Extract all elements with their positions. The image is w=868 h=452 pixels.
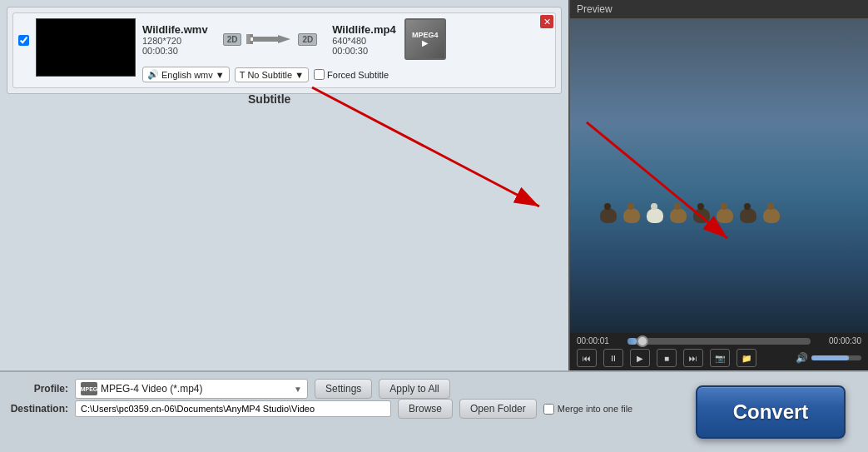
bottom-left: Profile: MPEG MPEG-4 Video (*.mp4) ▼ Set… <box>10 379 683 445</box>
video-content <box>570 19 868 333</box>
merge-text: Merge into one file <box>558 404 633 414</box>
subtitle-icon: T <box>240 70 246 80</box>
file-controls: 🔊 English wmv ▼ T No Subtitle ▼ <box>142 67 550 82</box>
output-icon-play: ▶ <box>422 39 428 47</box>
bottom-right: Convert <box>683 379 858 445</box>
svg-marker-6 <box>278 35 290 43</box>
preview-title: Preview <box>570 0 868 19</box>
file-top-row: Wildlife.wmv 1280*720 00:00:30 2D <box>142 18 550 60</box>
folder-button[interactable]: 📁 <box>737 349 756 367</box>
bottom-with-convert: Profile: MPEG MPEG-4 Video (*.mp4) ▼ Set… <box>10 379 858 445</box>
destination-label: Destination: <box>10 403 68 415</box>
profile-row: Profile: MPEG MPEG-4 Video (*.mp4) ▼ Set… <box>10 379 683 399</box>
screenshot-button[interactable]: 📷 <box>710 349 730 367</box>
horse-6 <box>717 208 733 223</box>
merge-label[interactable]: Merge into one file <box>543 404 633 415</box>
merge-checkbox[interactable] <box>543 404 554 415</box>
horse-7 <box>740 208 756 223</box>
preview-video <box>570 19 868 333</box>
destination-row: Destination: Browse Open Folder Merge in… <box>10 399 683 419</box>
source-info: Wildlife.wmv 1280*720 00:00:30 <box>142 23 208 56</box>
horse-4 <box>670 208 687 223</box>
scene-sky <box>570 19 868 191</box>
scene-horses <box>600 208 780 223</box>
forced-subtitle-checkbox[interactable] <box>314 69 325 80</box>
audio-label: English wmv <box>161 70 213 80</box>
file-thumbnail <box>36 18 136 77</box>
svg-rect-5 <box>253 37 278 42</box>
horse-3 <box>647 208 663 223</box>
browse-button[interactable]: Browse <box>398 399 453 419</box>
play-button[interactable]: ▶ <box>630 349 650 367</box>
progress-bar[interactable] <box>627 338 811 345</box>
file-list-container: ✕ Wildlife.wmv 1280*720 00:00:30 2D <box>7 7 562 94</box>
source-2d-badge: 2D <box>223 33 242 46</box>
progress-bar-area: 00:00:01 00:00:30 <box>577 336 861 345</box>
forced-subtitle-label[interactable]: Forced Subtitle <box>314 69 389 80</box>
time-current: 00:00:01 <box>577 336 622 345</box>
time-total: 00:00:30 <box>816 336 861 345</box>
dest-2d-badge: 2D <box>298 33 317 46</box>
audio-select[interactable]: 🔊 English wmv ▼ <box>142 67 230 82</box>
forced-subtitle-text: Forced Subtitle <box>327 70 389 80</box>
skip-forward-button[interactable]: ⏭ <box>683 349 703 367</box>
source-filename: Wildlife.wmv <box>142 23 208 36</box>
output-format-icon: MPEG4 ▶ <box>404 18 446 60</box>
horse-2 <box>623 208 640 223</box>
profile-dropdown-arrow: ▼ <box>294 385 302 394</box>
profile-icon-text: MPEG <box>81 386 98 392</box>
volume-area: 🔊 <box>796 352 861 364</box>
profile-format-icon: MPEG <box>81 382 97 395</box>
profile-select[interactable]: MPEG MPEG-4 Video (*.mp4) ▼ <box>75 379 308 399</box>
audio-icon: 🔊 <box>147 69 159 80</box>
file-list-area: ✕ Wildlife.wmv 1280*720 00:00:30 2D <box>7 7 562 94</box>
settings-button[interactable]: Settings <box>315 379 372 399</box>
convert-arrow-indicator: 2D 2D <box>216 31 325 47</box>
audio-dropdown-arrow: ▼ <box>216 70 225 80</box>
progress-fill <box>627 338 637 345</box>
horse-5 <box>693 208 710 223</box>
destination-input[interactable] <box>75 400 391 417</box>
svg-rect-7 <box>246 34 250 44</box>
subtitle-label: No Subtitle <box>247 70 292 80</box>
dest-dims: 640*480 <box>332 36 395 46</box>
horse-1 <box>600 208 617 223</box>
file-item: ✕ Wildlife.wmv 1280*720 00:00:30 2D <box>12 12 556 88</box>
volume-icon: 🔊 <box>796 352 808 364</box>
volume-fill <box>811 355 849 360</box>
source-dims: 1280*720 <box>142 36 208 46</box>
output-icon-text: MPEG4 <box>412 31 439 39</box>
volume-slider[interactable] <box>811 355 861 360</box>
apply-all-button[interactable]: Apply to All <box>379 379 449 399</box>
open-folder-button[interactable]: Open Folder <box>459 399 537 419</box>
arrow-right-icon <box>245 31 295 47</box>
dest-duration: 00:00:30 <box>332 46 395 56</box>
subtitle-select[interactable]: T No Subtitle ▼ <box>235 67 309 82</box>
subtitle-dropdown-arrow: ▼ <box>295 70 304 80</box>
source-duration: 00:00:30 <box>142 46 208 56</box>
bottom-bar: Profile: MPEG MPEG-4 Video (*.mp4) ▼ Set… <box>0 370 868 452</box>
dest-info: Wildlife.mp4 640*480 00:00:30 <box>332 23 395 56</box>
preview-controls: 00:00:01 00:00:30 ⏮ ⏸ ▶ ■ ⏭ 📷 📁 🔊 <box>570 333 868 370</box>
file-info: Wildlife.wmv 1280*720 00:00:30 2D <box>142 18 550 82</box>
horse-8 <box>763 208 780 223</box>
file-checkbox[interactable] <box>18 35 29 46</box>
close-button[interactable]: ✕ <box>540 15 553 28</box>
skip-back-button[interactable]: ⏮ <box>577 349 597 367</box>
progress-thumb <box>637 335 648 347</box>
profile-label: Profile: <box>10 383 68 395</box>
stop-button[interactable]: ■ <box>657 349 677 367</box>
pause-button[interactable]: ⏸ <box>603 349 623 367</box>
playback-controls: ⏮ ⏸ ▶ ■ ⏭ 📷 📁 🔊 <box>577 349 861 367</box>
convert-button[interactable]: Convert <box>696 385 846 439</box>
dest-filename: Wildlife.mp4 <box>332 23 395 36</box>
preview-panel: Preview <box>568 0 868 370</box>
profile-value: MPEG-4 Video (*.mp4) <box>101 383 290 395</box>
subtitle-annotation-label: Subtitle <box>248 92 290 106</box>
